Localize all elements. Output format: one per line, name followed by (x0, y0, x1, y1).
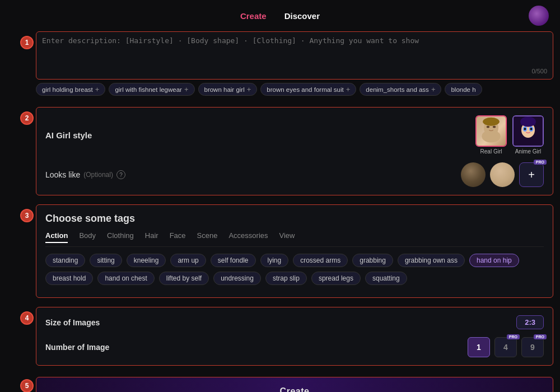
style-real-girl[interactable]: Real Girl (475, 115, 507, 155)
real-girl-thumb (475, 115, 507, 147)
tag-tab-hair[interactable]: Hair (145, 231, 158, 243)
num-options: 1 PRO 4 PRO 9 (468, 337, 544, 357)
step-1-icon-col: 1 (7, 31, 34, 49)
preset-tag-5[interactable]: blonde h (445, 83, 482, 96)
nav-tab-create[interactable]: Create (240, 9, 267, 23)
tag-standing[interactable]: standing (45, 254, 85, 267)
step-5-wrapper: 5 Create (7, 375, 553, 392)
step-4-content: Size of Images 2:3 Number of Image 1 PRO… (36, 307, 553, 366)
step-3-wrapper: 3 Choose some tags Action Body Clothing … (7, 204, 553, 298)
tag-tab-scene[interactable]: Scene (197, 231, 218, 243)
step-2-content: AI Girl style (36, 107, 553, 195)
size-row: Size of Images 2:3 (45, 315, 544, 329)
tag-tab-accessories[interactable]: Accessories (228, 231, 268, 243)
step-3-number: 3 (20, 209, 34, 222)
tag-arm-up[interactable]: arm up (170, 254, 206, 267)
pro-badge-4: PRO (507, 334, 520, 339)
prompt-input[interactable] (42, 36, 547, 66)
nav-tab-discover[interactable]: Discover (284, 9, 320, 23)
preset-tag-plus-2: + (247, 85, 251, 94)
tag-tab-view[interactable]: View (279, 231, 295, 243)
preset-tag-0[interactable]: girl holding breast + (36, 83, 105, 96)
tag-crossed-arms[interactable]: crossed arms (293, 254, 348, 267)
size-badge[interactable]: 2:3 (516, 315, 544, 329)
step-4-number: 4 (20, 311, 34, 325)
step-5-icon-col: 5 (7, 375, 34, 392)
step-1-content: 0/500 girl holding breast + girl with fi… (36, 31, 553, 98)
preset-tag-1[interactable]: girl with fishnet legwear + (109, 83, 194, 96)
preset-tags-row: girl holding breast + girl with fishnet … (36, 80, 553, 98)
tag-lying[interactable]: lying (260, 254, 289, 267)
tag-hand-on-hip[interactable]: hand on hip (469, 254, 519, 267)
help-icon[interactable]: ? (116, 170, 125, 179)
pro-badge: PRO (534, 160, 547, 165)
style-row: AI Girl style (45, 115, 544, 155)
tag-grabbing-own-ass[interactable]: grabbing own ass (398, 254, 465, 267)
num-label: Number of Image (45, 343, 109, 352)
tag-tab-body[interactable]: Body (79, 231, 96, 243)
prompt-counter: 0/500 (42, 68, 547, 74)
tag-self-fondle[interactable]: self fondle (211, 254, 256, 267)
num-row: Number of Image 1 PRO 4 PRO 9 (45, 337, 544, 357)
action-tags-row1: standing sitting kneeling arm up self fo… (45, 254, 544, 267)
looks-label: Looks like (Optional) ? (45, 170, 125, 179)
tag-kneeling[interactable]: kneeling (127, 254, 166, 267)
preset-tag-label-4: denim_shorts and ass (366, 86, 429, 93)
tags-title: Choose some tags (45, 213, 544, 225)
size-section: Size of Images 2:3 Number of Image 1 PRO… (36, 307, 553, 366)
num-val-1: 1 (477, 343, 481, 352)
num-val-4: 4 (503, 343, 508, 352)
tag-strap-slip[interactable]: strap slip (265, 272, 307, 285)
tags-section: Choose some tags Action Body Clothing Ha… (36, 204, 553, 298)
step-2-icon-col: 2 (7, 107, 34, 125)
preset-tag-label-0: girl holding breast (42, 86, 93, 93)
tag-tabs: Action Body Clothing Hair Face Scene Acc… (45, 231, 544, 247)
preset-tag-label-5: blonde h (451, 86, 475, 93)
tag-tab-clothing[interactable]: Clothing (107, 231, 134, 243)
plus-icon: + (528, 169, 535, 181)
prompt-section: 0/500 (36, 31, 553, 80)
add-reference-button[interactable]: PRO + (519, 162, 544, 187)
anime-girl-image (514, 116, 543, 146)
step-3-content: Choose some tags Action Body Clothing Ha… (36, 204, 553, 298)
anime-girl-svg (514, 115, 543, 147)
svg-point-7 (520, 116, 536, 127)
top-nav: Create Discover (0, 0, 560, 31)
tag-hand-on-chest[interactable]: hand on chest (97, 272, 154, 285)
looks-avatar-1[interactable] (461, 162, 486, 187)
preset-tag-2[interactable]: brown hair girl + (198, 83, 258, 96)
tag-spread-legs[interactable]: spread legs (311, 272, 361, 285)
looks-avatar-2[interactable] (490, 162, 515, 187)
step-3-icon-col: 3 (7, 204, 34, 222)
tag-squatting[interactable]: squatting (365, 272, 407, 285)
preset-tag-label-1: girl with fishnet legwear (115, 86, 182, 93)
avatar-dark-image (461, 162, 486, 187)
step-4-wrapper: 4 Size of Images 2:3 Number of Image 1 (7, 307, 553, 366)
content-column: 1 0/500 girl holding breast + girl with … (7, 31, 553, 392)
tag-lifted-by-self[interactable]: lifted by self (159, 272, 209, 285)
num-btn-1[interactable]: 1 (468, 337, 490, 357)
looks-row: Looks like (Optional) ? (45, 162, 544, 187)
nav-tabs: Create Discover (240, 9, 320, 23)
create-button[interactable]: Create (36, 377, 553, 392)
preset-tag-3[interactable]: brown eyes and formal suit + (260, 83, 356, 96)
preset-tag-4[interactable]: denim_shorts and ass + (360, 83, 441, 96)
preset-tag-label-2: brown hair girl (204, 86, 245, 93)
svg-point-2 (487, 126, 490, 128)
step-5-number: 5 (20, 379, 34, 392)
real-girl-label: Real Girl (480, 148, 502, 155)
tag-grabbing[interactable]: grabbing (352, 254, 393, 267)
tag-breast-hold[interactable]: breast hold (45, 272, 93, 285)
num-btn-4[interactable]: PRO 4 (494, 337, 517, 357)
num-btn-9[interactable]: PRO 9 (521, 337, 544, 357)
tag-tab-face[interactable]: Face (170, 231, 186, 243)
anime-girl-label: Anime Girl (515, 148, 542, 155)
tag-undressing[interactable]: undressing (213, 272, 261, 285)
tag-tab-action[interactable]: Action (45, 231, 68, 243)
tag-sitting[interactable]: sitting (90, 254, 122, 267)
size-label: Size of Images (45, 318, 100, 327)
style-anime-girl[interactable]: Anime Girl (512, 115, 544, 155)
looks-optional: (Optional) (83, 171, 113, 179)
preset-tag-label-3: brown eyes and formal suit (267, 86, 343, 93)
step-2-number: 2 (20, 111, 34, 125)
